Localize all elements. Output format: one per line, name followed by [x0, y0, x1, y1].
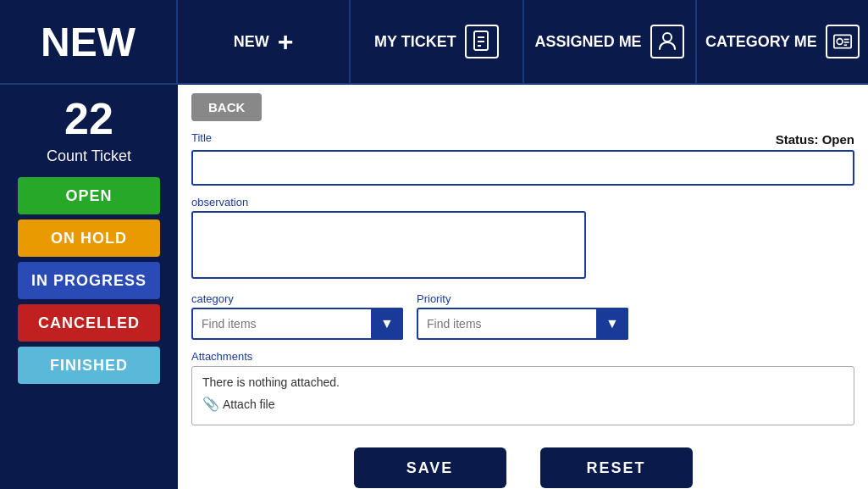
title-input[interactable] — [191, 150, 854, 186]
observation-input[interactable] — [191, 211, 586, 279]
document-icon — [465, 25, 499, 58]
category-select-wrapper: ▼ — [191, 308, 403, 340]
nav-items: NEW + MY TICKET ASSIGNED ME — [178, 0, 868, 83]
open-button[interactable]: OPEN — [18, 177, 160, 214]
back-button[interactable]: BACK — [191, 93, 262, 121]
onhold-button[interactable]: ON HOLD — [18, 219, 160, 257]
nav-item-assignedme[interactable]: ASSIGNED ME — [524, 0, 697, 83]
attach-file-label: Attach file — [223, 397, 274, 411]
finished-button[interactable]: FINISHED — [18, 347, 160, 384]
id-card-icon — [826, 25, 860, 58]
save-button[interactable]: SAVE — [354, 447, 506, 488]
attachments-box: There is nothing attached. 📎 Attach file — [191, 366, 854, 425]
title-label: Title — [191, 131, 212, 144]
svg-point-4 — [663, 33, 672, 42]
priority-input[interactable] — [417, 308, 628, 340]
nav-item-categoryme[interactable]: CATEGORY ME — [697, 0, 868, 83]
attachments-label: Attachments — [191, 350, 854, 363]
svg-point-6 — [837, 39, 843, 45]
form-actions: SAVE RESET — [191, 436, 854, 489]
priority-select-wrapper: ▼ — [417, 308, 628, 340]
brand-title: NEW — [41, 19, 135, 65]
inprogress-button[interactable]: IN PROGRESS — [18, 262, 160, 299]
nav-brand: NEW — [0, 0, 178, 83]
category-label: category — [191, 292, 403, 305]
ticket-count: 22 — [64, 93, 113, 144]
sidebar: 22 Count Ticket OPEN ON HOLD IN PROGRESS… — [0, 85, 178, 489]
nav-new-label: NEW — [234, 33, 269, 51]
count-ticket-label: Count Ticket — [47, 147, 131, 165]
nav-myticket-label: MY TICKET — [374, 33, 456, 51]
nav-item-new[interactable]: NEW + — [178, 0, 351, 83]
person-icon — [650, 25, 684, 58]
nav-categoryme-label: CATEGORY ME — [705, 33, 817, 51]
cancelled-button[interactable]: CANCELLED — [18, 304, 160, 342]
reset-button[interactable]: RESET — [540, 447, 693, 488]
form-panel: BACK Title Status: Open observation cate… — [178, 85, 868, 489]
nav-assignedme-label: ASSIGNED ME — [535, 33, 642, 51]
category-input[interactable] — [191, 308, 403, 340]
nav-item-myticket[interactable]: MY TICKET — [351, 0, 523, 83]
observation-label: observation — [191, 196, 854, 208]
priority-label: Priority — [417, 292, 628, 305]
plus-icon: + — [278, 26, 294, 58]
status-badge: Status: Open — [776, 132, 854, 147]
attachments-empty-text: There is nothing attached. — [202, 375, 843, 389]
attach-file-link[interactable]: 📎 Attach file — [202, 396, 843, 412]
paperclip-icon: 📎 — [202, 396, 219, 412]
